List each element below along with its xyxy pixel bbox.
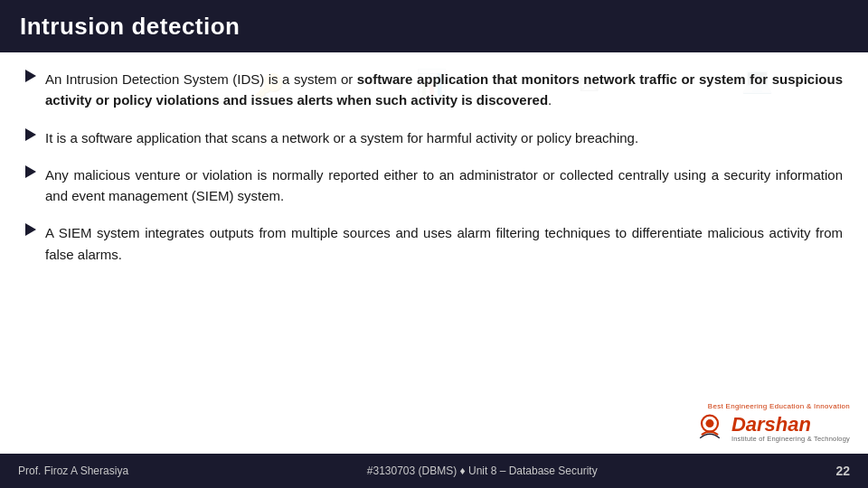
header-bar: Intrusion detection (0, 0, 868, 52)
bullet-item-1: An Intrusion Detection System (IDS) is a… (25, 69, 843, 111)
bullet-arrow-4 (25, 223, 36, 236)
footer-course: #3130703 (DBMS) ♦ Unit 8 – Database Secu… (367, 465, 598, 477)
bullet-text-3: Any malicious venture or violation is no… (45, 164, 843, 207)
bullet-arrow-1 (25, 70, 36, 82)
footer-author: Prof. Firoz A Sherasiya (18, 465, 128, 477)
bullet-item-3: Any malicious venture or violation is no… (25, 164, 843, 207)
logo-tagline: Best Engineering Education & Innovation (708, 402, 850, 410)
svg-point-1 (705, 419, 713, 427)
footer-page-number: 22 (835, 464, 850, 478)
logo-name: Darshan (731, 415, 850, 435)
main-content: An Intrusion Detection System (IDS) is a… (0, 52, 868, 290)
bullet-text-4: A SIEM system integrates outputs from mu… (45, 222, 843, 265)
logo-text-group: Darshan Institute of Engineering & Techn… (731, 415, 850, 443)
bullet-text-1: An Intrusion Detection System (IDS) is a… (45, 69, 843, 111)
bullet-text-2: It is a software application that scans … (45, 127, 638, 148)
footer: Prof. Firoz A Sherasiya #3130703 (DBMS) … (0, 454, 868, 488)
bold-span-1: software application that monitors netwo… (45, 71, 843, 108)
slide-title: Intrusion detection (20, 13, 241, 41)
bullet-item-2: It is a software application that scans … (25, 127, 843, 148)
bullet-item-4: A SIEM system integrates outputs from mu… (25, 222, 843, 265)
slide: ✉ 📱 🔒 💻 📡 🔐 👤 ⚙ 📋 🔑 📊 ✉ 💻 Intrusion dete… (0, 0, 868, 488)
bullet-arrow-2 (25, 128, 36, 141)
darshan-logo-icon (693, 412, 726, 445)
logo-main: Darshan Institute of Engineering & Techn… (693, 412, 850, 445)
logo-area: Best Engineering Education & Innovation … (693, 402, 850, 445)
bullet-arrow-3 (25, 165, 36, 178)
logo-subtitle: Institute of Engineering & Technology (731, 435, 850, 443)
